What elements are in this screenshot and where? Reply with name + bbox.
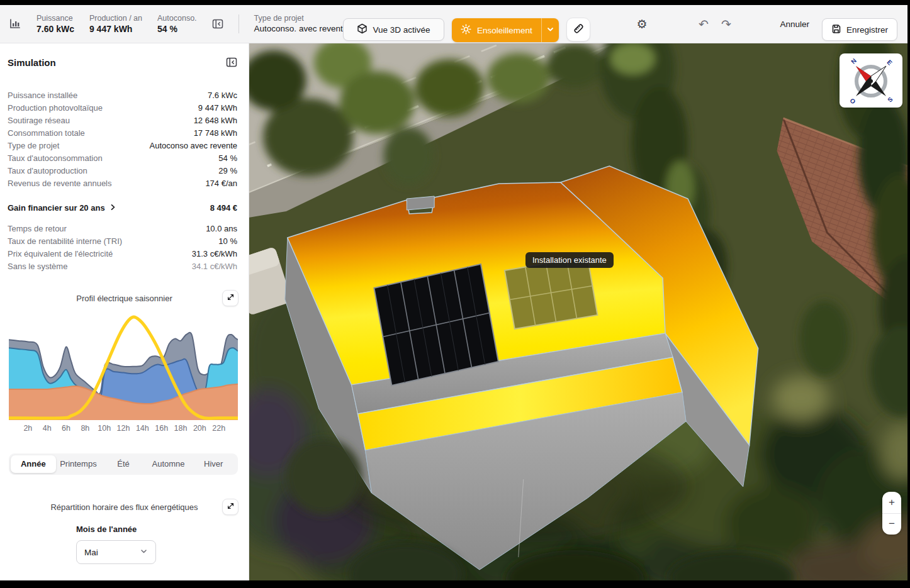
x-tick-label: 20h [193,424,206,433]
kpi-value: Autoconso avec revente [150,141,237,150]
stat-value: 54 % [157,23,197,35]
cube-3d-icon [357,23,368,36]
x-tick-label: 6h [62,424,70,433]
zoom-out-button[interactable]: − [882,514,901,535]
kpi-label: Soutirage réseau [8,116,70,125]
expand-flux-button[interactable] [222,499,239,515]
kpi-label: Taux d'autoproduction [8,166,87,175]
kpi-label: Revenus de revente annuels [8,179,112,188]
collapse-sidebar-icon[interactable] [226,57,237,68]
x-tick-label: 4h [43,424,52,433]
redo-icon[interactable]: ↷ [719,16,734,31]
kpi-row: Taux d'autoconsommation54 % [8,153,237,166]
stat-label: Autoconso. [157,13,197,23]
kpi-row: Type de projetAutoconso avec revente [8,141,237,153]
cancel-button[interactable]: Annuler [776,16,813,31]
kpi-value: 9 447 kWh [198,103,237,113]
tab-automne[interactable]: Automne [146,455,191,473]
kpi-label: Type de projet [8,141,59,150]
kpi-value: 31.3 c€/kWh [192,249,237,258]
map-3d-viewport: Installation existante N E S O + − [249,43,907,580]
kpi-value: 34.1 c€/kWh [192,262,237,271]
stat-value: 9 447 kWh [89,23,142,35]
kpi-row: Puissance installée7.6 kWc [8,91,237,103]
x-tick-label: 8h [81,424,89,433]
x-tick-label: 16h [155,424,168,433]
month-select[interactable]: Mai [76,540,156,564]
settings-gear-icon[interactable]: ⚙ [634,16,649,31]
chevron-down-icon [140,547,148,557]
compass-widget[interactable]: N E S O [840,53,902,108]
tab-ete[interactable]: Été [101,455,146,473]
kpi-value: 7.6 kWc [208,91,237,100]
x-tick-label: 2h [23,424,32,433]
kpi-row: Consommation totale17 748 kWh [8,128,237,141]
kpi-label: Temps de retour [8,224,67,233]
app-window: Puissance 7.60 kWc Production / an 9 447… [0,5,907,580]
tab-printemps[interactable]: Printemps [56,455,101,473]
scene-3d[interactable] [249,43,907,580]
collapse-stats-panel-icon[interactable] [212,18,223,30]
x-tick-label: 14h [136,424,149,433]
kpi-label: Sans le système [8,262,67,271]
month-label: Mois de l'année [76,524,156,534]
save-icon [831,24,841,36]
stat-autoconso: Autoconso. 54 % [157,13,197,35]
month-value: Mai [84,548,98,557]
x-tick-label: 12h [117,424,130,433]
tab-annee[interactable]: Année [11,455,56,473]
gain-value: 8 494 € [210,203,237,213]
window-edge-right [907,0,910,588]
kpi-row: Taux de rentabilité interne (TRI)10 % [8,236,237,249]
month-picker: Mois de l'année Mai [76,524,156,564]
sun-mode-label: Ensoleillement [477,26,532,35]
sun-mode-button[interactable]: Ensoleillement [452,18,541,42]
view-3d-label: Vue 3D activée [373,25,430,35]
gain-link[interactable]: Gain financier sur 20 ans [8,203,116,213]
project-type-label: Type de projet [254,13,348,23]
view-3d-button[interactable]: Vue 3D activée [343,18,444,41]
kpi-label: Consommation totale [8,128,85,138]
toolbar-divider [239,14,239,33]
kpi-value: 12 648 kWh [194,116,237,125]
sidebar-title: Simulation [8,57,56,68]
seasonal-profile-chart [9,312,238,420]
x-tick-label: 22h [212,424,225,433]
profile-chart-header: Profil électrique saisonnier [0,289,249,307]
kpi-value: 54 % [218,153,237,163]
compass-n: N [850,57,858,65]
stats-chart-icon [9,18,21,30]
window-edge-bottom [0,580,910,588]
undo-icon[interactable]: ↶ [696,16,711,31]
ruler-icon [573,23,585,36]
window-edge-top [0,0,910,5]
flux-section-header: Répartition horaire des flux énergétique… [0,498,249,516]
compass-s: S [886,96,894,104]
save-button[interactable]: Enregistrer [822,18,897,41]
kpi-row: Soutirage réseau12 648 kWh [8,116,237,128]
x-tick-label: 18h [174,424,188,433]
tab-hiver[interactable]: Hiver [191,455,236,473]
kpi-row: Temps de retour10.0 ans [8,224,237,236]
kpi-label: Taux d'autoconsommation [8,153,103,163]
kpi-value: 29 % [218,166,237,175]
kpi-label: Production photovoltaïque [8,103,103,113]
chevron-down-icon [546,25,554,36]
compass-w: O [848,97,857,105]
season-tabs: Année Printemps Été Automne Hiver [9,453,238,475]
zoom-in-button[interactable]: + [882,492,901,513]
stat-value: 7.60 kWc [37,23,74,35]
kpi-row: Prix équivalent de l'électricité31.3 c€/… [8,249,237,262]
kpi-row: Taux d'autoproduction29 % [8,166,237,179]
kpi-label: Taux de rentabilité interne (TRI) [8,236,122,246]
sun-mode-dropdown-button[interactable] [542,18,559,42]
measure-tool-button[interactable] [566,18,590,42]
stat-production: Production / an 9 447 kWh [89,13,142,35]
expand-chart-button[interactable] [222,290,239,306]
sun-icon [461,24,471,36]
kpi-value: 10 % [218,236,237,246]
kpi-value: 17 748 kWh [194,128,237,138]
kpi-row: Sans le système34.1 c€/kWh [8,262,237,274]
project-type: Type de projet Autoconso. avec revente [254,13,348,35]
gain-label: Gain financier sur 20 ans [8,203,105,213]
